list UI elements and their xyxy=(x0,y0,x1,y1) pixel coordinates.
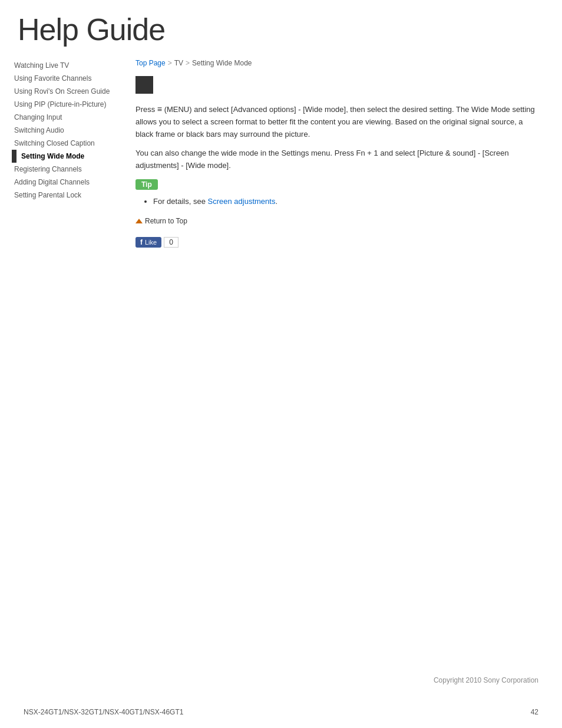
like-button[interactable]: f Like xyxy=(135,237,161,248)
content-paragraph1: Press ≡ (MENU) and select [Advanced opti… xyxy=(135,103,538,140)
tip-link-suffix: . xyxy=(275,197,277,206)
footer-page: 42 xyxy=(531,708,538,716)
page-icon xyxy=(135,76,153,94)
content-paragraph2: You can also change the wide mode in the… xyxy=(135,147,538,172)
footer-model: NSX-24GT1/NSX-32GT1/NSX-40GT1/NSX-46GT1 xyxy=(24,708,183,716)
tip-content: For details, see Screen adjustments. xyxy=(141,196,538,208)
tip-label: Tip xyxy=(135,179,538,196)
like-count: 0 xyxy=(164,237,178,248)
footer: NSX-24GT1/NSX-32GT1/NSX-40GT1/NSX-46GT1 … xyxy=(0,696,562,728)
tip-bullet-text: For details, see xyxy=(153,197,208,206)
menu-symbol: ≡ xyxy=(157,104,162,114)
tip-link[interactable]: Screen adjustments xyxy=(208,197,276,206)
sidebar-item-using-rovis-on-screen-guide[interactable]: Using Rovi's On Screen Guide xyxy=(12,85,124,98)
sidebar-item-using-favorite-channels[interactable]: Using Favorite Channels xyxy=(12,72,124,85)
return-to-top-label: Return to Top xyxy=(145,217,187,225)
header: Help Guide xyxy=(0,0,562,53)
like-label: Like xyxy=(145,239,157,246)
breadcrumb-sep1: > xyxy=(168,59,172,67)
page-wrapper: Help Guide Watching Live TV Using Favori… xyxy=(0,0,562,728)
breadcrumb-current: Setting Wide Mode xyxy=(192,59,252,67)
sidebar-item-registering-channels[interactable]: Registering Channels xyxy=(12,163,124,176)
sidebar-item-changing-input[interactable]: Changing Input xyxy=(12,111,124,124)
sidebar-item-adding-digital-channels[interactable]: Adding Digital Channels xyxy=(12,176,124,189)
sidebar-item-switching-audio[interactable]: Switching Audio xyxy=(12,124,124,137)
sidebar-item-switching-closed-caption[interactable]: Switching Closed Caption xyxy=(12,137,124,150)
main-content: Watching Live TV Using Favorite Channels… xyxy=(0,53,562,670)
breadcrumb-sep2: > xyxy=(186,59,190,67)
like-section: f Like 0 xyxy=(135,237,538,248)
active-indicator xyxy=(12,150,16,163)
sidebar: Watching Live TV Using Favorite Channels… xyxy=(0,53,124,670)
tip-badge: Tip xyxy=(135,179,158,190)
breadcrumb-tv: TV xyxy=(174,59,183,67)
copyright-text: Copyright 2010 Sony Corporation xyxy=(434,676,538,684)
sidebar-marker: Watching Live TV Using Favorite Channels… xyxy=(12,59,124,202)
breadcrumb: Top Page > TV > Setting Wide Mode xyxy=(135,59,538,67)
page-title: Help Guide xyxy=(18,12,544,47)
facebook-icon: f xyxy=(140,238,143,246)
return-to-top[interactable]: Return to Top xyxy=(135,217,538,225)
sidebar-item-using-pip[interactable]: Using PIP (Picture-in-Picture) xyxy=(12,98,124,111)
sidebar-item-setting-wide-mode[interactable]: Setting Wide Mode xyxy=(19,150,89,163)
arrow-up-icon xyxy=(135,219,143,223)
sidebar-item-watching-live-tv[interactable]: Watching Live TV xyxy=(12,59,124,72)
copyright: Copyright 2010 Sony Corporation xyxy=(0,670,562,696)
tip-item: For details, see Screen adjustments. xyxy=(153,196,538,208)
breadcrumb-top-page[interactable]: Top Page xyxy=(135,59,166,67)
sidebar-item-setting-parental-lock[interactable]: Setting Parental Lock xyxy=(12,189,124,202)
content-area: Top Page > TV > Setting Wide Mode Press … xyxy=(124,53,562,670)
